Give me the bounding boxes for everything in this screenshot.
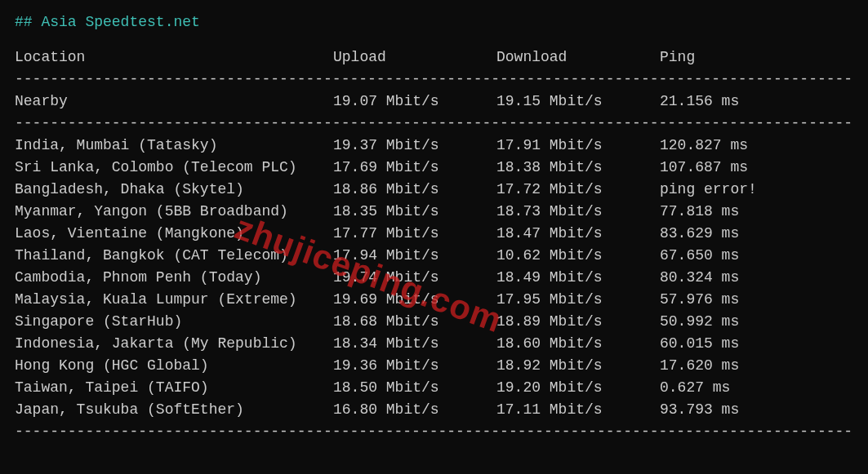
cell-ping: 93.793 ms: [660, 399, 853, 421]
cell-ping: 17.620 ms: [660, 355, 853, 377]
table-header: Location Upload Download Ping: [15, 47, 853, 69]
divider: ----------------------------------------…: [15, 421, 853, 443]
nearby-row: Nearby 19.07 Mbit/s 19.15 Mbit/s 21.156 …: [15, 91, 853, 113]
cell-download: 18.49 Mbit/s: [496, 267, 660, 289]
cell-download: 17.72 Mbit/s: [496, 179, 660, 201]
table-row: Myanmar, Yangon (5BB Broadband)18.35 Mbi…: [15, 201, 853, 223]
cell-ping: 80.324 ms: [660, 267, 853, 289]
table-row: Malaysia, Kuala Lumpur (Extreme)19.69 Mb…: [15, 289, 853, 311]
divider: ----------------------------------------…: [15, 69, 853, 91]
cell-ping: 77.818 ms: [660, 201, 853, 223]
cell-ping: 50.992 ms: [660, 311, 853, 333]
table-row: India, Mumbai (Tatasky)19.37 Mbit/s17.91…: [15, 135, 853, 157]
cell-location: Japan, Tsukuba (SoftEther): [15, 399, 333, 421]
nearby-location: Nearby: [15, 91, 333, 113]
cell-download: 18.38 Mbit/s: [496, 157, 660, 179]
header-location: Location: [15, 47, 333, 69]
cell-upload: 18.86 Mbit/s: [333, 179, 496, 201]
cell-download: 10.62 Mbit/s: [496, 245, 660, 267]
table-row: Bangladesh, Dhaka (Skytel)18.86 Mbit/s17…: [15, 179, 853, 201]
table-row: Taiwan, Taipei (TAIFO)18.50 Mbit/s19.20 …: [15, 377, 853, 399]
cell-ping: 120.827 ms: [660, 135, 853, 157]
cell-upload: 19.74 Mbit/s: [333, 267, 496, 289]
cell-location: Singapore (StarHub): [15, 311, 333, 333]
cell-location: Hong Kong (HGC Global): [15, 355, 333, 377]
table-row: Cambodia, Phnom Penh (Today)19.74 Mbit/s…: [15, 267, 853, 289]
cell-upload: 19.36 Mbit/s: [333, 355, 496, 377]
table-row: Hong Kong (HGC Global)19.36 Mbit/s18.92 …: [15, 355, 853, 377]
cell-upload: 16.80 Mbit/s: [333, 399, 496, 421]
cell-location: Taiwan, Taipei (TAIFO): [15, 377, 333, 399]
cell-location: Myanmar, Yangon (5BB Broadband): [15, 201, 333, 223]
header-ping: Ping: [660, 47, 853, 69]
nearby-ping: 21.156 ms: [660, 91, 853, 113]
cell-ping: 107.687 ms: [660, 157, 853, 179]
cell-ping: ping error!: [660, 179, 853, 201]
cell-location: Cambodia, Phnom Penh (Today): [15, 267, 333, 289]
cell-ping: 83.629 ms: [660, 223, 853, 245]
cell-ping: 60.015 ms: [660, 333, 853, 355]
cell-upload: 17.94 Mbit/s: [333, 245, 496, 267]
table-row: Indonesia, Jakarta (My Republic)18.34 Mb…: [15, 333, 853, 355]
table-row: Laos, Vientaine (Mangkone)17.77 Mbit/s18…: [15, 223, 853, 245]
cell-download: 18.73 Mbit/s: [496, 201, 660, 223]
cell-download: 19.20 Mbit/s: [496, 377, 660, 399]
cell-upload: 18.50 Mbit/s: [333, 377, 496, 399]
cell-upload: 18.35 Mbit/s: [333, 201, 496, 223]
cell-location: Sri Lanka, Colombo (Telecom PLC): [15, 157, 333, 179]
cell-download: 17.11 Mbit/s: [496, 399, 660, 421]
table-row: Singapore (StarHub)18.68 Mbit/s18.89 Mbi…: [15, 311, 853, 333]
cell-upload: 18.68 Mbit/s: [333, 311, 496, 333]
table-row: Japan, Tsukuba (SoftEther)16.80 Mbit/s17…: [15, 399, 853, 421]
header-upload: Upload: [333, 47, 496, 69]
divider: ----------------------------------------…: [15, 113, 853, 135]
cell-ping: 67.650 ms: [660, 245, 853, 267]
cell-download: 17.91 Mbit/s: [496, 135, 660, 157]
cell-location: Thailand, Bangkok (CAT Telecom): [15, 245, 333, 267]
cell-upload: 19.69 Mbit/s: [333, 289, 496, 311]
table-row: Sri Lanka, Colombo (Telecom PLC)17.69 Mb…: [15, 157, 853, 179]
cell-ping: 0.627 ms: [660, 377, 853, 399]
cell-ping: 57.976 ms: [660, 289, 853, 311]
nearby-upload: 19.07 Mbit/s: [333, 91, 496, 113]
cell-download: 17.95 Mbit/s: [496, 289, 660, 311]
cell-upload: 17.69 Mbit/s: [333, 157, 496, 179]
section-title: ## Asia Speedtest.net: [15, 11, 853, 33]
cell-location: Malaysia, Kuala Lumpur (Extreme): [15, 289, 333, 311]
cell-location: Laos, Vientaine (Mangkone): [15, 223, 333, 245]
cell-download: 18.60 Mbit/s: [496, 333, 660, 355]
nearby-download: 19.15 Mbit/s: [496, 91, 660, 113]
cell-upload: 17.77 Mbit/s: [333, 223, 496, 245]
cell-upload: 19.37 Mbit/s: [333, 135, 496, 157]
cell-download: 18.47 Mbit/s: [496, 223, 660, 245]
cell-download: 18.89 Mbit/s: [496, 311, 660, 333]
cell-location: Indonesia, Jakarta (My Republic): [15, 333, 333, 355]
header-download: Download: [496, 47, 660, 69]
cell-upload: 18.34 Mbit/s: [333, 333, 496, 355]
cell-location: Bangladesh, Dhaka (Skytel): [15, 179, 333, 201]
cell-download: 18.92 Mbit/s: [496, 355, 660, 377]
cell-location: India, Mumbai (Tatasky): [15, 135, 333, 157]
table-row: Thailand, Bangkok (CAT Telecom)17.94 Mbi…: [15, 245, 853, 267]
